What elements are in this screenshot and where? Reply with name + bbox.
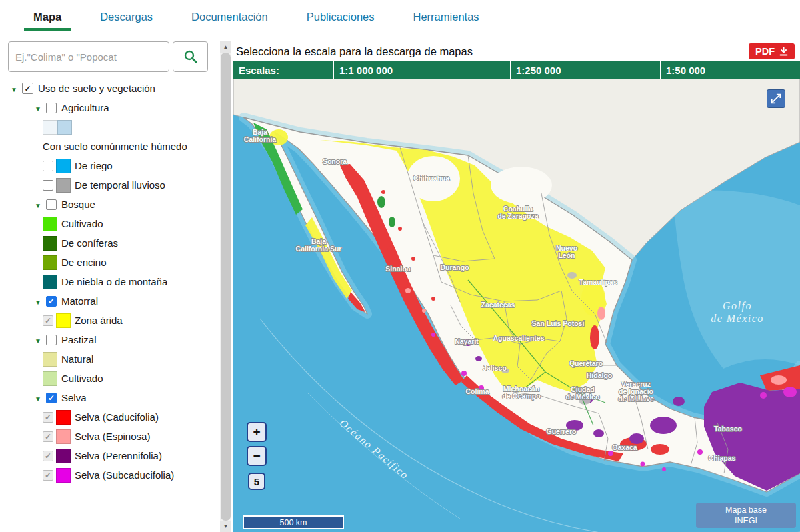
map-label: Durango (440, 263, 469, 271)
nav-tab-documentación[interactable]: Documentación (182, 4, 277, 31)
legend-checkbox[interactable] (43, 431, 53, 442)
tree-row-note: Con suelo comúnmente húmedo (0, 137, 233, 156)
layer-label[interactable]: Pastizal (61, 334, 97, 345)
map-label: Sonora (323, 157, 347, 165)
caret-down-icon[interactable] (33, 199, 43, 210)
legend-label: De temporal lluvioso (75, 179, 165, 191)
scroll-down-icon[interactable] (220, 521, 231, 532)
map-label: Michoacánde Ocampo (502, 385, 540, 400)
legend-checkbox[interactable] (43, 180, 53, 191)
legend-label: Cultivado (61, 218, 103, 229)
legend-swatch (56, 159, 71, 173)
nav-tab-herramientas[interactable]: Herramientas (404, 4, 489, 31)
search-button[interactable] (173, 41, 208, 72)
layer-label[interactable]: Agricultura (61, 102, 109, 113)
legend-checkbox[interactable] (43, 315, 53, 326)
zoom-out-button[interactable]: − (247, 446, 267, 466)
sidebar: Uso de suelo y vegetaciónAgriculturaCon … (0, 31, 233, 532)
legend-checkbox[interactable] (43, 451, 53, 461)
legend-label: De riego (75, 160, 113, 171)
legend-swatch (43, 352, 57, 367)
legend-label: Selva (Espinosa) (75, 431, 150, 442)
map-label: Colima (465, 387, 489, 395)
map-label: Veracruzde Ignaciode la Llave (618, 380, 654, 403)
map-svg[interactable]: BajaCaliforniaSonoraChihuahuaCoahuilade … (233, 79, 800, 532)
search-input[interactable] (8, 41, 169, 72)
caret-down-icon[interactable] (33, 392, 43, 403)
tree-row-leaf: Natural (0, 349, 233, 369)
search-row (8, 41, 208, 72)
layer-label[interactable]: Matorral (61, 295, 98, 307)
layer-checkbox[interactable] (46, 103, 57, 113)
legend-swatch (43, 371, 57, 386)
tree-row-swatch-pair (0, 117, 233, 137)
scale-option-1[interactable]: 1:1 000 000 (333, 61, 510, 79)
caret-down-icon[interactable] (33, 295, 43, 307)
main-header: Selecciona la escala para la descarga de… (233, 41, 800, 61)
map-label: Tamaulipas (579, 278, 617, 286)
layer-checkbox[interactable] (46, 296, 57, 307)
map-label: Querétaro (569, 359, 603, 367)
map-label: Tabasco (714, 425, 742, 433)
tree-row-root: Uso de suelo y vegetación (0, 79, 233, 98)
tree-row-group: Agricultura (0, 98, 233, 117)
legend-label: De encino (61, 257, 107, 268)
map-container[interactable]: BajaCaliforniaSonoraChihuahuaCoahuilade … (233, 79, 800, 532)
pdf-label: PDF (755, 46, 775, 57)
legend-checkbox[interactable] (43, 470, 53, 481)
tree-row-leaf: De coníferas (0, 233, 233, 253)
scales-label: Escalas: (233, 61, 333, 79)
tree-row-leaf: Selva (Perennifolia) (0, 446, 233, 465)
legend-swatch (56, 429, 71, 444)
legend-swatch (56, 178, 71, 193)
nav-tab-publicaciones[interactable]: Publicaciones (297, 4, 384, 31)
caret-down-icon[interactable] (9, 83, 19, 94)
tree-row-leaf: Cultivado (0, 214, 233, 233)
caret-down-icon[interactable] (33, 334, 43, 345)
legend-checkbox[interactable] (43, 161, 53, 171)
map-label: Oaxaca (612, 443, 637, 451)
page-title: Selecciona la escala para la descarga de… (236, 45, 473, 58)
legend-label: Selva (Perennifolia) (75, 450, 162, 461)
nav-tab-mapa[interactable]: Mapa (24, 4, 71, 31)
legend-swatch (56, 468, 71, 483)
sidebar-scrollbar[interactable] (220, 41, 231, 532)
app-root: MapaDescargasDocumentaciónPublicacionesH… (0, 0, 800, 532)
content-area: Uso de suelo y vegetaciónAgriculturaCon … (0, 31, 800, 532)
layer-label[interactable]: Uso de suelo y vegetación (38, 83, 155, 94)
map-label: Ciudadde México (566, 385, 600, 401)
map-label: Chihuahua (413, 174, 449, 182)
layer-tree: Uso de suelo y vegetaciónAgriculturaCon … (0, 79, 233, 485)
caret-down-icon[interactable] (33, 102, 43, 113)
legend-label: Zona árida (75, 315, 123, 326)
layer-label[interactable]: Bosque (61, 199, 95, 210)
tree-row-leaf: Selva (Caducifolia) (0, 407, 233, 427)
layer-checkbox[interactable] (46, 335, 57, 345)
legend-label: De niebla o de montaña (61, 276, 167, 287)
legend-label: Selva (Caducifolia) (75, 411, 159, 423)
legend-label: Selva (Subcaducifolia) (75, 469, 174, 481)
nav-tab-descargas[interactable]: Descargas (91, 4, 162, 31)
pdf-download-button[interactable]: PDF (749, 43, 795, 59)
fullscreen-button[interactable] (767, 89, 785, 108)
zoom-level-indicator[interactable]: 5 (248, 473, 265, 490)
layer-checkbox[interactable] (46, 393, 57, 403)
layer-label[interactable]: Selva (61, 392, 87, 403)
legend-checkbox[interactable] (43, 412, 53, 423)
expand-icon (770, 93, 782, 105)
legend-swatch (43, 275, 57, 289)
map-label: Zacatecas (481, 301, 515, 309)
zoom-in-button[interactable]: + (247, 422, 267, 442)
layer-checkbox[interactable] (22, 83, 33, 94)
scrollbar-thumb[interactable] (221, 53, 231, 521)
scale-option-2[interactable]: 1:250 000 (510, 61, 660, 79)
scale-option-3[interactable]: 1:50 000 (660, 61, 800, 79)
scroll-up-icon[interactable] (220, 41, 231, 53)
zoom-controls: + − (247, 422, 267, 466)
layer-checkbox[interactable] (46, 199, 57, 210)
top-nav: MapaDescargasDocumentaciónPublicacionesH… (0, 0, 800, 31)
legend-note: Con suelo comúnmente húmedo (43, 141, 187, 152)
download-icon (779, 47, 788, 56)
tree-row-leaf: Selva (Subcaducifolia) (0, 465, 233, 485)
legend-swatch (56, 449, 71, 463)
